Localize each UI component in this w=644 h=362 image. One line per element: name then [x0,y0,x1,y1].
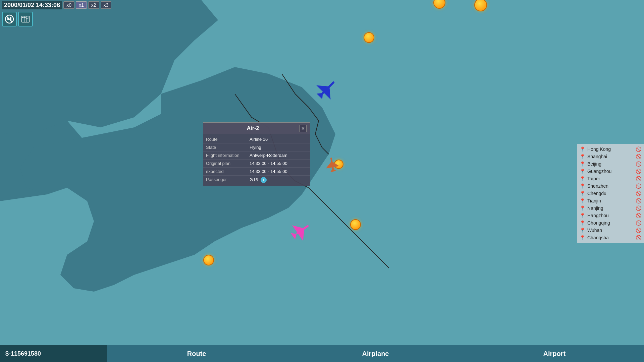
speed-x2[interactable]: x2 [88,1,99,9]
city-list-item-guangzhou[interactable]: 📍 Guangzhou 🚫 [577,168,644,175]
no-entry-icon: 🚫 [636,235,641,240]
svg-line-11 [6,16,12,22]
city-list-item-beijing[interactable]: 📍 Beijing 🚫 [577,160,644,168]
popup-value-flight-info: Antwerp-Rotterdam [250,153,287,158]
tool-buttons [2,12,33,26]
no-signal-tool-button[interactable] [2,12,17,26]
popup-value-route: Airline 16 [250,137,268,142]
map: Rotterdam Antwerp Brussels Lille Lie [0,0,644,362]
pin-icon: 📍 [580,220,585,226]
popup-content: Route Airline 16 State Flying Flight inf… [203,134,310,186]
no-entry-icon: 🚫 [636,161,641,167]
pin-icon: 📍 [580,183,585,189]
city-dot-lille[interactable] [203,255,214,265]
pin-icon: 📍 [580,161,585,167]
bottom-bar: $-115691580 Route Airplane Airport [0,345,644,362]
popup-row-route: Route Airline 16 [203,135,310,143]
svg-rect-13 [10,17,11,20]
no-entry-icon: 🚫 [636,213,641,218]
no-entry-icon: 🚫 [636,228,641,233]
top-bar: 2000/01/02 14:33:06 x0 x1 x2 x3 [0,0,644,10]
pin-icon: 📍 [580,146,585,152]
popup-label-original-plan: Original plan [206,161,250,166]
pin-icon: 📍 [580,213,585,218]
city-list-item-hangzhou[interactable]: 📍 Hangzhou 🚫 [577,212,644,219]
city-list-item-shenzhen[interactable]: 📍 Shenzhen 🚫 [577,182,644,190]
pin-icon: 📍 [580,205,585,211]
city-list-item-chengdu[interactable]: 📍 Chengdu 🚫 [577,190,644,197]
no-entry-icon: 🚫 [636,183,641,189]
speed-x0[interactable]: x0 [63,1,74,9]
passenger-info-icon[interactable]: i [261,177,267,183]
city-name: Changsha [587,235,609,240]
popup-label-route: Route [206,137,250,142]
airport-button[interactable]: Airport [465,345,644,362]
no-signal-icon [5,14,14,24]
map-tool-button[interactable] [18,12,33,26]
popup-title-bar: Air-2 ✕ [203,123,310,134]
popup-close-button[interactable]: ✕ [299,125,307,132]
city-list-item-taipei[interactable]: 📍 Taipei 🚫 [577,175,644,182]
popup-label-expected: expected [206,169,250,174]
city-name: Shanghai [587,154,607,159]
airplane-button[interactable]: Airplane [286,345,465,362]
city-name: Taipei [587,176,600,181]
no-entry-icon: 🚫 [636,220,641,226]
popup-row-flight-info: Flight information Antwerp-Rotterdam [203,152,310,160]
city-name: Shenzhen [587,183,608,189]
popup-value-original-plan: 14:33:00 - 14:55:00 [250,161,287,166]
city-list-item-shanghai[interactable]: 📍 Shanghai 🚫 [577,153,644,160]
city-list-item-tianjin[interactable]: 📍 Tianjin 🚫 [577,197,644,204]
city-list-item-changsha[interactable]: 📍 Changsha 🚫 [577,234,644,241]
info-popup: Air-2 ✕ Route Airline 16 State Flying Fl… [203,122,310,186]
city-list-item-wuhan[interactable]: 📍 Wuhan 🚫 [577,227,644,234]
airplane-blue[interactable] [314,75,340,102]
no-entry-icon: 🚫 [636,176,641,181]
no-entry-icon: 🚫 [636,154,641,159]
speed-x3[interactable]: x3 [101,1,112,9]
airplane-orange[interactable] [323,155,341,174]
right-panel: 📍 Hong Kong 🚫 📍 Shanghai 🚫 📍 Beijing 🚫 📍… [577,144,644,243]
city-name: Wuhan [587,228,602,233]
speed-x1[interactable]: x1 [76,1,87,9]
city-name: Chengdu [587,191,606,196]
route-button[interactable]: Route [107,345,286,362]
map-icon [21,14,30,24]
popup-row-expected: expected 14:33:00 - 14:55:00 [203,168,310,176]
popup-label-passenger: Passenger [206,177,250,183]
pin-icon: 📍 [580,176,585,181]
no-entry-icon: 🚫 [636,205,641,211]
city-name: Beijing [587,161,601,167]
map-svg [0,0,644,362]
popup-title: Air-2 [207,125,299,131]
city-dot-brussels[interactable] [350,219,361,230]
pin-icon: 📍 [580,198,585,203]
city-list-item-nanjing[interactable]: 📍 Nanjing 🚫 [577,204,644,212]
city-name: Nanjing [587,205,603,211]
city-name: Hangzhou [587,213,609,218]
popup-row-state: State Flying [203,143,310,152]
pin-icon: 📍 [580,154,585,159]
no-entry-icon: 🚫 [636,198,641,203]
no-entry-icon: 🚫 [636,146,641,152]
no-entry-icon: 🚫 [636,191,641,196]
pin-icon: 📍 [580,235,585,240]
city-name: Tianjin [587,198,601,203]
svg-rect-14 [22,16,29,22]
money-display: $-115691580 [0,345,107,362]
datetime-display: 2000/01/02 14:33:06 [2,1,62,9]
popup-row-passenger: Passenger 2/16 i [203,176,310,184]
city-name: Chongqing [587,220,610,226]
city-list-item-hongkong[interactable]: 📍 Hong Kong 🚫 [577,145,644,153]
airplane-pink[interactable] [288,219,313,244]
popup-value-state: Flying [250,145,261,150]
city-name: Hong Kong [587,146,611,152]
pin-icon: 📍 [580,191,585,196]
svg-rect-12 [7,18,9,20]
city-list-item-chongqing[interactable]: 📍 Chongqing 🚫 [577,219,644,227]
pin-icon: 📍 [580,228,585,233]
city-dot-rotterdam[interactable] [364,32,374,43]
popup-value-passenger: 2/16 i [250,177,267,183]
popup-label-flight-info: Flight information [206,153,250,158]
popup-label-state: State [206,145,250,150]
